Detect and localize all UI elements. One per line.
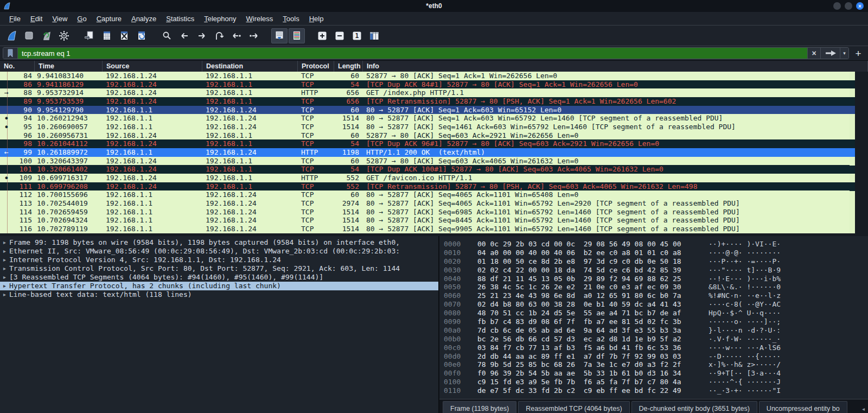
hex-bytes[interactable]: 7d cb 6c de 05 ab ad 6e 9a 64 ad 3f e3 5… — [477, 326, 684, 335]
go-forward-button[interactable] — [194, 28, 210, 43]
column-header-no[interactable]: No. — [0, 61, 35, 72]
packet-row[interactable]: ←9910.261889972192.168.1.1192.168.1.24HT… — [0, 148, 850, 157]
hex-row[interactable]: 000000 0c 29 2b 03 cd 00 0c 29 08 56 49 … — [444, 240, 868, 249]
expand-icon[interactable]: ▸ — [0, 290, 9, 299]
hex-row[interactable]: 0090fb b7 c4 83 d9 08 6f 7f fb a7 ee 81 … — [444, 317, 868, 326]
hex-bytes[interactable]: 04 a0 00 00 40 00 40 06 b2 ee c0 a8 01 0… — [477, 249, 684, 257]
filter-add-button[interactable]: + — [851, 48, 865, 59]
colorize-button[interactable] — [289, 28, 305, 43]
hex-row[interactable]: 002001 18 00 50 ce 8d 2b e8 97 3d c9 c0 … — [444, 257, 868, 266]
hex-row[interactable]: 003002 02 c4 22 00 00 18 da 74 5d ce c6 … — [444, 266, 868, 275]
hex-ascii[interactable]: ··)+···· )·VI··E· — [709, 240, 781, 249]
packet-row[interactable]: 11610.702789119192.168.1.1192.168.1.24TC… — [0, 225, 850, 233]
hex-bytes[interactable]: 88 df 21 11 45 13 05 0b 29 89 f2 94 69 8… — [477, 275, 684, 283]
hex-ascii[interactable]: ····@·@· ········ — [709, 249, 781, 257]
hex-ascii[interactable]: ··_·3·+· ······"I — [709, 386, 781, 395]
packet-row[interactable]: 9810.261044112192.168.1.24192.168.1.1TCP… — [0, 139, 850, 148]
menu-item-edit[interactable]: Edit — [25, 13, 47, 24]
byte-view-tab[interactable]: Frame (1198 bytes) — [443, 401, 516, 413]
next-packet-button[interactable] — [246, 28, 262, 43]
hex-ascii[interactable]: ·····^·{ ·······J — [709, 378, 781, 386]
expand-icon[interactable]: ▸ — [0, 264, 9, 273]
packet-row[interactable]: ●9410.260212943192.168.1.1192.168.1.24TC… — [0, 114, 850, 123]
packet-row[interactable]: 869.941186129192.168.1.24192.168.1.1TCP5… — [0, 80, 850, 89]
filter-dropdown-caret[interactable]: ▾ — [840, 48, 848, 59]
hex-ascii[interactable]: -·D····· ··{····· — [709, 352, 781, 361]
detail-row[interactable]: ▸Hypertext Transfer Protocol, has 2 chun… — [0, 282, 438, 290]
hex-ascii[interactable]: ···"···· t]···B·9 — [709, 266, 781, 275]
hex-bytes[interactable]: 01 18 00 50 ce 8d 2b e8 97 3d c9 c0 db 0… — [477, 257, 684, 266]
packet-row[interactable]: 11410.702659459192.168.1.1192.168.1.24TC… — [0, 208, 850, 217]
hex-bytes[interactable]: 2d db 44 aa ac 89 ff e1 a7 df 7b 7f 92 9… — [477, 352, 684, 361]
hex-row[interactable]: 00a07d cb 6c de 05 ab ad 6e 9a 64 ad 3f … — [444, 326, 868, 335]
menu-item-statistics[interactable]: Statistics — [161, 13, 199, 24]
expand-icon[interactable]: ▸ — [0, 282, 9, 290]
zoom-100-button[interactable]: 1 — [349, 28, 365, 43]
close-file-button[interactable] — [116, 28, 132, 43]
filter-bookmark-button[interactable] — [3, 48, 18, 59]
hex-bytes[interactable]: de e7 5f dc 33 fd 2b c2 c9 eb ff ee bd f… — [477, 386, 684, 395]
hex-ascii[interactable]: HpQ··$·^ U··q···· — [709, 309, 781, 317]
hex-row[interactable]: 00f0f0 96 39 2b 54 5b aa ae 5b 33 1b 61 … — [444, 369, 868, 378]
hex-ascii[interactable]: ····c·8( ··@Y··AC — [709, 300, 781, 309]
column-header-destination[interactable]: Destination — [202, 61, 298, 72]
hex-bytes[interactable]: 25 21 23 4e 43 98 6e 8d a0 12 65 91 80 6… — [477, 291, 684, 300]
menu-item-file[interactable]: File — [4, 13, 25, 24]
hex-row[interactable]: 006025 21 23 4e 43 98 6e 8d a0 12 65 91 … — [444, 291, 868, 300]
hex-row[interactable]: 00d02d db 44 aa ac 89 ff e1 a7 df 7b 7f … — [444, 352, 868, 361]
save-file-button[interactable] — [99, 28, 115, 43]
zoom-in-button[interactable] — [314, 28, 330, 43]
packet-row[interactable]: ●9510.260690057192.168.1.1192.168.1.24TC… — [0, 123, 850, 131]
zoom-out-button[interactable] — [331, 28, 348, 43]
detail-row[interactable]: ▸[3 Reassembled TCP Segments (4064 bytes… — [0, 273, 438, 282]
hex-bytes[interactable]: 02 02 c4 22 00 00 18 da 74 5d ce c6 bd 4… — [477, 266, 684, 275]
hex-ascii[interactable]: ··!·E··· )···i·b% — [709, 275, 781, 283]
hex-ascii[interactable]: }·l····n ·d·?·U·: — [709, 326, 781, 335]
hex-row[interactable]: 00e078 9b 5d 25 85 bc 68 26 7a 3e 1c e7 … — [444, 360, 868, 369]
detail-row[interactable]: ▸Line-based text data: text/html (118 li… — [0, 290, 438, 299]
packet-list-minimap[interactable] — [850, 72, 855, 233]
column-header-protocol[interactable]: Protocol — [298, 61, 334, 72]
menu-item-wireless[interactable]: Wireless — [241, 13, 278, 24]
filter-clear-button[interactable]: × — [807, 48, 820, 59]
hex-row[interactable]: 00b0bc 2e 56 db 66 cd 57 d3 ec a2 d8 1d … — [444, 335, 868, 344]
hex-ascii[interactable]: x·]%··h& z>·····/ — [709, 360, 781, 369]
menu-item-capture[interactable]: Capture — [92, 13, 126, 24]
hex-bytes[interactable]: f0 96 39 2b 54 5b aa ae 5b 33 1b 61 b0 d… — [477, 369, 684, 378]
hex-bytes[interactable]: 26 38 4c 5c 1c 26 2e e2 21 0e c0 e3 af e… — [477, 283, 684, 291]
auto-scroll-button[interactable] — [271, 28, 288, 43]
menu-item-go[interactable]: Go — [72, 13, 91, 24]
reload-file-button[interactable] — [133, 28, 150, 43]
maximize-button[interactable] — [845, 2, 852, 10]
detail-row[interactable]: ▸Ethernet II, Src: VMware_08:56:49 (00:0… — [0, 247, 438, 256]
expand-icon[interactable]: ▸ — [0, 256, 9, 264]
column-header-info[interactable]: Info — [363, 61, 868, 72]
packet-row[interactable]: 10010.320643397192.168.1.24192.168.1.1TC… — [0, 157, 850, 166]
hex-row[interactable]: 008048 70 51 cc 1b 24 d5 5e 55 ae a4 71 … — [444, 309, 868, 317]
packet-row[interactable]: →889.953732914192.168.1.24192.168.1.1HTT… — [0, 88, 850, 97]
hex-bytes[interactable]: 00 0c 29 2b 03 cd 00 0c 29 08 56 49 08 0… — [477, 240, 684, 249]
hex-ascii[interactable]: ····w··· ···A·lS6 — [709, 344, 781, 352]
column-header-source[interactable]: Source — [103, 61, 202, 72]
packet-row[interactable]: 10110.320661402192.168.1.24192.168.1.1TC… — [0, 165, 850, 174]
detail-row[interactable]: ▸Internet Protocol Version 4, Src: 192.1… — [0, 256, 438, 264]
hex-bytes[interactable]: 02 d4 b8 80 63 00 38 28 0e b1 40 59 dc a… — [477, 300, 684, 309]
filter-apply-button[interactable] — [820, 48, 840, 59]
stop-capture-button[interactable] — [21, 28, 37, 43]
hex-bytes[interactable]: 03 84 f7 cb 77 13 af b3 f5 a6 bd 41 fb 6… — [477, 344, 684, 352]
hex-row[interactable]: 00c003 84 f7 cb 77 13 af b3 f5 a6 bd 41 … — [444, 344, 868, 352]
menu-item-analyze[interactable]: Analyze — [126, 13, 161, 24]
hex-ascii[interactable]: ······o· ····]··; — [709, 317, 781, 326]
hex-bytes[interactable]: 78 9b 5d 25 85 bc 68 26 7a 3e 1c e7 d0 a… — [477, 360, 684, 369]
packet-row[interactable]: 909.954129790192.168.1.1192.168.1.24TCP6… — [0, 106, 850, 115]
hex-row[interactable]: 0100c9 15 fd e3 a9 5e fb 7b f6 a5 fa 7f … — [444, 378, 868, 386]
packet-row[interactable]: ●10910.699716317192.168.1.24192.168.1.1H… — [0, 174, 850, 182]
menu-item-tools[interactable]: Tools — [278, 13, 304, 24]
hex-row[interactable]: 007002 d4 b8 80 63 00 38 28 0e b1 40 59 … — [444, 300, 868, 309]
start-capture-button[interactable] — [4, 28, 20, 43]
capture-options-button[interactable] — [56, 28, 72, 43]
packet-row[interactable]: 899.953753539192.168.1.24192.168.1.1TCP6… — [0, 97, 850, 106]
tab-scroll-left-icon[interactable]: ◂ — [860, 401, 867, 413]
menu-item-help[interactable]: Help — [304, 13, 329, 24]
hex-ascii[interactable]: %!#NC·n· ··e··l·z — [709, 291, 781, 300]
